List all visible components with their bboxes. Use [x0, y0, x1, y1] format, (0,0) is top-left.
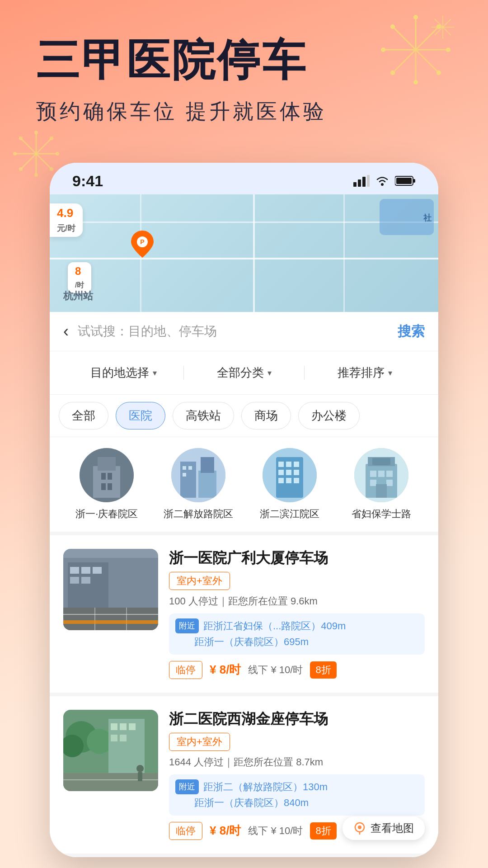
svg-rect-51 — [93, 466, 120, 498]
svg-rect-73 — [286, 478, 291, 483]
back-button[interactable]: ‹ — [63, 322, 69, 341]
parking-name-1: 浙二医院西湖金座停车场 — [169, 710, 425, 729]
category-tabs: 全部 医院 高铁站 商场 办公楼 — [50, 395, 438, 437]
svg-rect-94 — [63, 608, 158, 630]
cat-tab-all[interactable]: 全部 — [59, 402, 108, 429]
svg-rect-89 — [70, 567, 79, 574]
hero-section: 三甲医院停车 预约确保车位 提升就医体验 — [0, 0, 488, 144]
svg-rect-80 — [378, 471, 385, 477]
hospital-circle-2 — [263, 448, 317, 502]
svg-rect-105 — [120, 723, 127, 730]
svg-rect-98 — [63, 620, 158, 624]
station-label: 杭州站 — [63, 289, 93, 303]
parking-meta-1: 1644 人停过｜距您所在位置 8.7km — [169, 755, 425, 769]
svg-rect-66 — [278, 462, 284, 467]
svg-rect-83 — [386, 480, 393, 486]
svg-rect-92 — [70, 577, 79, 584]
svg-rect-42 — [362, 177, 366, 187]
status-bar: 9:41 — [50, 163, 438, 194]
nearby-item-0-0: 附近 距浙江省妇保（...路院区）409m — [175, 618, 418, 634]
hospital-item-0[interactable]: 浙一·庆春院区 — [63, 448, 150, 521]
price-offline-0: 线下 ¥ 10/时 — [248, 663, 303, 677]
svg-rect-68 — [294, 462, 299, 467]
svg-rect-60 — [201, 457, 214, 473]
cat-tab-highspeed[interactable]: 高铁站 — [173, 402, 234, 429]
parking-card-0[interactable]: 浙一医院广利大厦停车场 室内+室外 100 人停过｜距您所在位置 9.6km 附… — [50, 535, 438, 696]
svg-rect-43 — [367, 175, 370, 187]
price-main-1: ¥ 8/时 — [210, 823, 241, 839]
map-icon — [353, 822, 366, 835]
hero-subtitle: 预约确保车位 提升就医体验 — [36, 98, 461, 126]
svg-rect-84 — [376, 484, 387, 498]
parking-img-1 — [63, 710, 158, 791]
filter-sort[interactable]: 推荐排序 ▾ — [305, 360, 425, 385]
hospital-row: 浙一·庆春院区 浙二解放路院区 — [50, 437, 438, 535]
hospital-circle-3 — [354, 448, 408, 502]
svg-rect-104 — [111, 723, 117, 730]
search-button[interactable]: 搜索 — [398, 322, 425, 341]
svg-rect-72 — [278, 478, 284, 483]
svg-rect-54 — [108, 473, 112, 480]
svg-rect-47 — [396, 178, 412, 184]
nearby-text-1-0: 距浙二（解放路院区）130m — [203, 779, 328, 795]
filter-category-arrow: ▾ — [267, 368, 272, 378]
location-marker: P — [131, 231, 154, 258]
hospital-item-2[interactable]: 浙二滨江院区 — [246, 448, 333, 521]
hospital-name-2: 浙二滨江院区 — [260, 508, 319, 521]
parking-nearby-1: 附近 距浙二（解放路院区）130m 距浙一（庆春院区）840m — [169, 774, 425, 815]
cat-tab-office[interactable]: 办公楼 — [298, 402, 360, 429]
svg-rect-90 — [81, 567, 90, 574]
svg-rect-81 — [386, 471, 393, 477]
hospital-name-1: 浙二解放路院区 — [164, 508, 233, 521]
parking-price-row-0: 临停 ¥ 8/时 线下 ¥ 10/时 8折 — [169, 661, 425, 679]
svg-rect-109 — [63, 773, 158, 791]
svg-rect-63 — [183, 473, 186, 476]
search-bar: ‹ 试试搜：目的地、停车场 搜索 — [50, 312, 438, 351]
nearby-label-1-0: 附近 — [175, 779, 199, 794]
svg-rect-71 — [294, 470, 299, 475]
filter-category[interactable]: 全部分类 ▾ — [184, 360, 304, 385]
svg-line-29 — [22, 154, 36, 168]
svg-rect-70 — [286, 470, 291, 475]
svg-point-38 — [13, 152, 17, 156]
cat-tab-mall[interactable]: 商场 — [241, 402, 291, 429]
svg-rect-93 — [81, 577, 90, 584]
svg-rect-61 — [183, 466, 186, 470]
svg-rect-55 — [101, 483, 106, 490]
wifi-icon — [375, 175, 389, 187]
map-area-label: 社 — [423, 212, 432, 223]
filter-destination[interactable]: 目的地选择 ▾ — [63, 360, 183, 385]
svg-rect-41 — [358, 179, 361, 187]
svg-rect-62 — [188, 466, 192, 470]
hero-title: 三甲医院停车 — [36, 36, 461, 84]
app-content: ‹ 试试搜：目的地、停车场 搜索 目的地选择 ▾ 全部分类 ▾ 推荐排序 ▾ 全… — [50, 312, 438, 857]
filter-row: 目的地选择 ▾ 全部分类 ▾ 推荐排序 ▾ — [50, 351, 438, 395]
status-icons — [353, 175, 416, 187]
svg-rect-112 — [138, 772, 142, 781]
svg-point-101 — [87, 729, 112, 754]
hospital-item-1[interactable]: 浙二解放路院区 — [155, 448, 242, 521]
nearby-item-1-0: 附近 距浙二（解放路院区）130m — [175, 779, 418, 795]
search-input[interactable]: 试试搜：目的地、停车场 — [78, 323, 389, 340]
svg-rect-40 — [353, 182, 357, 187]
price-badge-0: 临停 — [169, 661, 202, 679]
hospital-name-0: 浙一·庆春院区 — [75, 508, 138, 521]
svg-rect-79 — [370, 471, 376, 477]
cat-tab-hospital[interactable]: 医院 — [116, 402, 165, 429]
map-view-button[interactable]: 查看地图 — [343, 816, 425, 840]
parking-card-1[interactable]: 浙二医院西湖金座停车场 室内+室外 1644 人停过｜距您所在位置 8.7km … — [50, 696, 438, 857]
filter-sort-label: 推荐排序 — [338, 365, 385, 381]
nearby-item-0-1: 距浙一（庆春院区）695m — [175, 634, 418, 650]
filter-category-label: 全部分类 — [217, 365, 264, 381]
map-price-badge: 4.9元/时 — [50, 203, 83, 237]
svg-rect-82 — [370, 480, 376, 486]
hospital-circle-0 — [80, 448, 134, 502]
hospital-item-3[interactable]: 省妇保学士路 — [338, 448, 425, 521]
hospital-name-3: 省妇保学士路 — [352, 508, 411, 521]
svg-point-36 — [34, 173, 38, 177]
svg-rect-74 — [294, 478, 299, 483]
price-main-0: ¥ 8/时 — [210, 662, 241, 678]
price-discount-0: 8折 — [310, 661, 336, 679]
parking-nearby-0: 附近 距浙江省妇保（...路院区）409m 距浙一（庆春院区）695m — [169, 613, 425, 654]
nearby-label-0-0: 附近 — [175, 618, 199, 633]
